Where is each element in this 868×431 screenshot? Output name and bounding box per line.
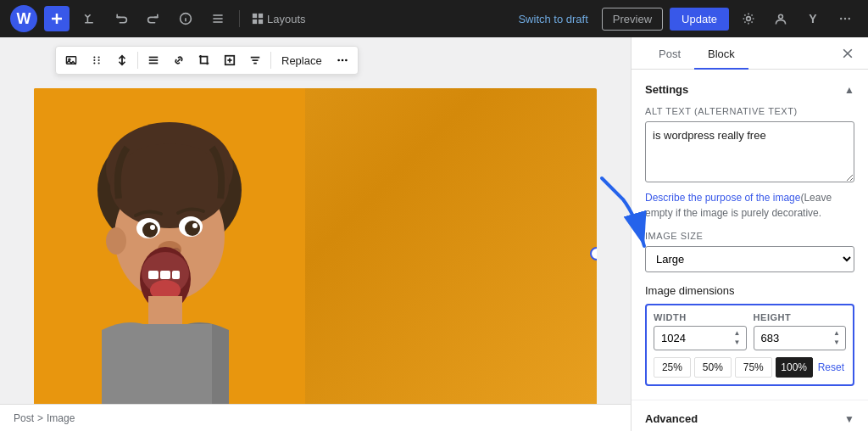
filter-button[interactable] (243, 48, 267, 72)
height-spinner: ▲ ▼ (829, 329, 844, 348)
user-button[interactable] (768, 6, 793, 31)
content-canvas (0, 37, 631, 431)
svg-point-10 (747, 17, 751, 21)
pct-50-button[interactable]: 50% (694, 357, 732, 378)
svg-point-21 (98, 59, 100, 61)
width-increment-button[interactable]: ▲ (730, 329, 745, 339)
svg-rect-6 (253, 14, 257, 18)
width-spinner: ▲ ▼ (730, 329, 745, 348)
list-view-button[interactable] (205, 6, 231, 31)
close-sidebar-button[interactable] (834, 37, 854, 69)
advanced-section: Advanced ▼ (632, 400, 868, 431)
layouts-button[interactable]: Layouts (252, 13, 306, 25)
preview-button[interactable]: Preview (602, 8, 663, 31)
svg-point-2 (186, 15, 186, 16)
alt-text-label: ALT TEXT (ALTERNATIVE TEXT) (645, 106, 854, 116)
width-decrement-button[interactable]: ▼ (730, 339, 745, 348)
editor-area: Replace (0, 37, 631, 431)
kid-image-svg (34, 88, 305, 419)
toolbar-sep-1 (137, 52, 138, 69)
text-overlay-button[interactable] (218, 48, 242, 72)
separator-1 (239, 10, 240, 27)
update-button[interactable]: Update (670, 8, 729, 31)
align-button[interactable] (142, 48, 165, 72)
redo-button[interactable] (141, 6, 166, 31)
height-label: HEIGHT (754, 312, 847, 322)
tab-block[interactable]: Block (694, 37, 748, 69)
main-layout: Replace (0, 37, 868, 431)
alt-hint-link[interactable]: Describe the purpose of the image (645, 192, 800, 204)
breadcrumb-image: Image (47, 412, 75, 424)
block-toolbar: Replace (55, 46, 359, 75)
svg-point-17 (93, 56, 95, 58)
svg-point-40 (142, 222, 158, 238)
advanced-title: Advanced (645, 412, 698, 425)
advanced-chevron-icon: ▼ (844, 413, 854, 425)
height-increment-button[interactable]: ▲ (829, 329, 844, 339)
wordpress-logo: W (10, 5, 37, 32)
percent-row: 25% 50% 75% 100% Reset (654, 357, 846, 378)
move-up-down-button[interactable] (110, 48, 134, 72)
toolbar-sep-2 (270, 52, 271, 69)
width-input-wrap: ▲ ▼ (654, 326, 747, 350)
sidebar: Post Block Settings ▲ ALT TEXT (ALTERNAT… (631, 37, 868, 431)
alt-text-input[interactable]: is wordpress really free (645, 121, 854, 182)
add-block-button[interactable] (44, 6, 70, 31)
height-field: HEIGHT ▲ ▼ (754, 312, 847, 350)
svg-point-18 (93, 59, 95, 61)
svg-point-41 (185, 221, 200, 236)
svg-point-22 (98, 62, 100, 64)
svg-point-13 (844, 18, 846, 20)
sidebar-tabs: Post Block (632, 37, 868, 70)
tools-button[interactable] (76, 6, 102, 31)
image-block[interactable] (34, 88, 597, 419)
svg-point-42 (150, 225, 155, 230)
advanced-header[interactable]: Advanced ▼ (645, 412, 854, 425)
svg-rect-54 (119, 324, 212, 411)
settings-section-header[interactable]: Settings ▲ (645, 83, 854, 96)
drag-handle-button[interactable] (85, 48, 108, 72)
breadcrumb-post[interactable]: Post (14, 412, 34, 424)
alt-text-hint: Describe the purpose of the image(Leave … (645, 190, 854, 221)
image-size-label: IMAGE SIZE (645, 231, 854, 241)
height-decrement-button[interactable]: ▼ (829, 339, 844, 348)
image-size-select[interactable]: Large (645, 246, 854, 272)
replace-button[interactable]: Replace (275, 51, 329, 70)
pct-75-button[interactable]: 75% (735, 357, 772, 378)
image-dimensions-label: Image dimensions (645, 284, 854, 297)
info-button[interactable] (173, 6, 198, 31)
breadcrumb-separator: > (37, 412, 43, 424)
svg-rect-51 (172, 271, 180, 279)
yoast-button[interactable]: Y (800, 6, 826, 31)
resize-handle[interactable] (590, 247, 597, 260)
svg-rect-50 (160, 271, 170, 279)
svg-point-19 (93, 62, 95, 64)
svg-point-29 (337, 59, 340, 62)
svg-point-12 (840, 18, 842, 20)
svg-rect-9 (259, 20, 263, 24)
tab-post[interactable]: Post (645, 37, 694, 69)
svg-rect-53 (148, 296, 182, 326)
crop-button[interactable] (192, 48, 216, 72)
undo-button[interactable] (108, 6, 134, 31)
svg-point-36 (110, 143, 229, 228)
block-more-button[interactable] (331, 48, 354, 72)
svg-point-31 (345, 59, 348, 62)
pct-25-button[interactable]: 25% (654, 357, 691, 378)
link-button[interactable] (167, 48, 191, 72)
height-input-wrap: ▲ ▼ (754, 326, 847, 350)
reset-button[interactable]: Reset (816, 358, 846, 377)
settings-title: Settings (645, 83, 688, 96)
image-icon-button[interactable] (59, 48, 83, 72)
svg-rect-49 (148, 271, 159, 279)
switch-to-draft-button[interactable]: Switch to draft (511, 8, 594, 31)
settings-gear-button[interactable] (736, 6, 761, 31)
svg-point-43 (192, 223, 198, 228)
width-field: WIDTH ▲ ▼ (654, 312, 747, 350)
pct-100-button[interactable]: 100% (776, 357, 813, 378)
settings-section: Settings ▲ ALT TEXT (ALTERNATIVE TEXT) i… (632, 70, 868, 400)
more-options-button[interactable] (832, 6, 858, 31)
dimensions-box: WIDTH ▲ ▼ HEIGHT (645, 304, 854, 386)
svg-point-37 (106, 227, 126, 255)
dim-row: WIDTH ▲ ▼ HEIGHT (654, 312, 846, 350)
